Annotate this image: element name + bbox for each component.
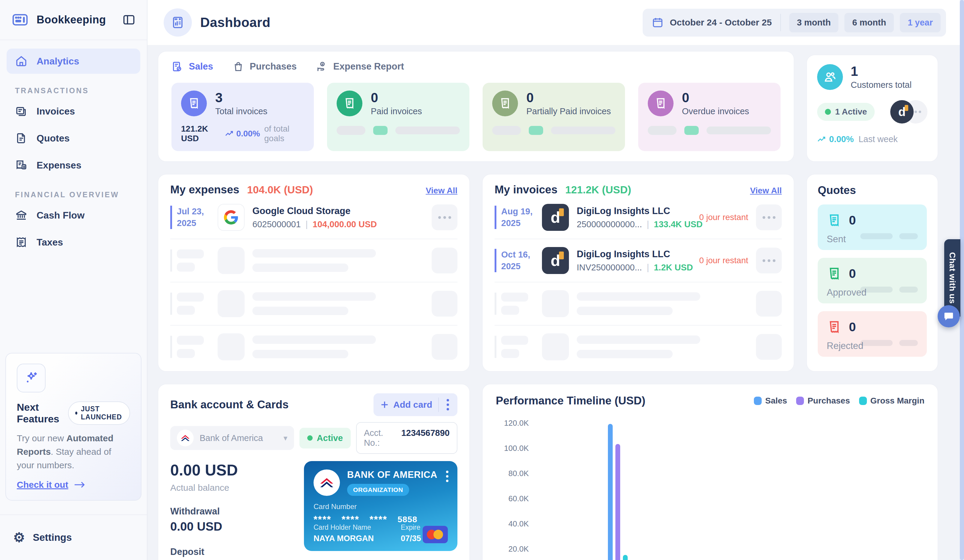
bank-select-dropdown[interactable]: Bank of America ▾	[170, 426, 294, 450]
row-menu-icon[interactable]	[756, 205, 782, 230]
range-1-year-button[interactable]: 1 year	[900, 13, 941, 33]
row-menu-icon[interactable]	[756, 247, 782, 273]
google-logo	[218, 204, 244, 231]
bank-accounts-panel: Bank account & Cards Add card Bank of Am…	[158, 384, 470, 560]
calendar-icon	[652, 16, 664, 28]
range-6-month-button[interactable]: 6 month	[844, 13, 894, 33]
tab-expense-report[interactable]: Expense Report	[316, 60, 404, 73]
badge-dot	[75, 412, 77, 415]
overview-panel: Sales Purchases Expense Report	[158, 51, 794, 162]
panel-title: Quotes	[818, 184, 927, 197]
stat-count: 0	[526, 91, 611, 105]
row-menu-icon[interactable]	[432, 205, 458, 230]
invoice-due: 0 jour restant	[699, 213, 748, 222]
gear-icon: ⚙	[13, 531, 25, 544]
skeleton-pills	[860, 340, 918, 346]
stat-card-overdue-invoices: 0 Overdue invoices	[638, 83, 780, 151]
trend-note: Last week	[858, 134, 898, 144]
legend-swatch	[754, 397, 762, 405]
trend-up-icon: 0.00%	[225, 129, 260, 138]
stat-card-partially-paid-invoices: 0 Partially Paid invoices	[483, 83, 625, 151]
skeleton-expense-row	[170, 239, 458, 282]
sidebar-item-expenses[interactable]: Expenses	[7, 153, 140, 178]
sidebar-item-cashflow[interactable]: Cash Flow	[7, 203, 140, 228]
quote-count: 0	[849, 320, 856, 334]
users-icon	[817, 64, 843, 90]
add-card-button[interactable]: Add card	[380, 400, 432, 410]
card-expire-label: Expire	[401, 523, 421, 532]
sidebar-item-quotes[interactable]: Quotes	[7, 125, 140, 151]
view-all-expenses-link[interactable]: View All	[426, 186, 458, 195]
bank-of-america-logo	[177, 430, 194, 446]
invoice-ref: 250000000000...	[577, 220, 642, 230]
check-it-out-link[interactable]: Check it out	[17, 480, 130, 490]
receipt-calculator-icon	[15, 159, 28, 171]
invoice-row[interactable]: Oct 16,2025 d DigiLog Insights LLC INV25…	[495, 239, 782, 282]
sidebar-item-taxes[interactable]: Taxes	[7, 230, 140, 255]
avatar[interactable]: d	[890, 100, 914, 124]
bank-menu-icon[interactable]	[445, 399, 451, 410]
card-expire-value: 07/35	[401, 534, 421, 543]
card-bank-name: BANK OF AMERICA	[347, 469, 437, 480]
sidebar-brand: Bookkeeping	[0, 0, 147, 40]
panel-title: Performance Timeline (USD)	[496, 394, 645, 407]
customers-count: 1	[851, 64, 912, 78]
panel-title: My invoices	[495, 184, 557, 196]
bookkeeping-logo-icon	[11, 11, 29, 28]
sidebar-item-invoices[interactable]: Invoices	[7, 99, 140, 124]
sidebar-item-settings[interactable]: ⚙ Settings	[0, 514, 147, 560]
scrollbar-thumb[interactable]	[960, 0, 964, 560]
sidebar-section-financial: FINANCIAL OVERVIEW	[15, 190, 147, 199]
sidebar-item-analytics[interactable]: Analytics	[7, 49, 140, 74]
my-invoices-panel: My invoices 121.2K (USD) View All Aug 19…	[482, 174, 794, 372]
customers-total-card: 1 Customers total 1 Active d 0.00% Last …	[806, 55, 938, 162]
trend-up-icon: 0.00%	[817, 134, 854, 144]
skeleton-expense-row	[170, 282, 458, 325]
expense-row[interactable]: Jul 23,2025 Google Cloud Storage 6025000…	[170, 196, 458, 239]
sidebar-item-label: Taxes	[37, 237, 63, 248]
skeleton-row	[337, 126, 460, 135]
file-icon	[15, 132, 28, 145]
deposit-label: Deposit	[170, 547, 295, 557]
expense-amount: 104,000.00 USD	[313, 220, 377, 230]
panel-title: My expenses	[170, 184, 239, 196]
date-range-box: October 24 - October 25 3 month 6 month …	[643, 9, 946, 37]
sidebar-item-label: Invoices	[37, 106, 75, 117]
arrow-right-icon	[74, 480, 86, 489]
legend-gross-margin: Gross Margin	[859, 396, 925, 405]
chat-bubble-button[interactable]	[938, 305, 960, 327]
chart-plot-area	[537, 419, 925, 560]
sparkle-icon	[17, 364, 46, 392]
stat-count: 3	[215, 91, 267, 105]
invoice-amount: 1.2K USD	[654, 263, 693, 272]
chat-with-us-tab[interactable]: Chat with us	[944, 239, 961, 317]
page-scrollbar[interactable]	[960, 0, 964, 560]
skeleton-row	[648, 126, 771, 135]
invoice-client: DigiLog Insights LLC	[577, 206, 692, 217]
skeleton-expense-row	[170, 325, 458, 368]
invoice-date: Oct 16,2025	[495, 249, 534, 272]
next-features-card: Next Features JUST LAUNCHED Try our new …	[5, 353, 142, 501]
settings-label: Settings	[33, 532, 72, 543]
brand-title: Bookkeeping	[37, 13, 106, 26]
bank-icon	[15, 209, 28, 221]
y-tick-label: 20.0K	[508, 544, 529, 554]
active-customers-badge: 1 Active	[817, 103, 874, 121]
quotes-approved-card: 0 Approved	[818, 258, 927, 303]
sidebar-item-label: Quotes	[37, 133, 70, 144]
invoice-row[interactable]: Aug 19,2025 d DigiLog Insights LLC 25000…	[495, 196, 782, 239]
skeleton-invoice-row	[495, 282, 782, 325]
performance-chart: 120.0K100.0K80.0K60.0K40.0K20.0K0 Sep 25…	[496, 419, 925, 560]
sidebar-section-transactions: TRANSACTIONS	[15, 86, 147, 95]
card-menu-icon[interactable]	[446, 470, 448, 482]
view-all-invoices-link[interactable]: View All	[750, 186, 782, 195]
y-tick-label: 100.0K	[504, 444, 529, 453]
date-range-picker[interactable]: October 24 - October 25	[652, 16, 772, 28]
promo-body: Try our new Automated Reports. Stay ahea…	[17, 431, 130, 472]
sidebar-item-label: Analytics	[37, 56, 79, 67]
tab-purchases[interactable]: Purchases	[232, 60, 297, 73]
tab-sales[interactable]: Sales	[171, 60, 213, 73]
range-3-month-button[interactable]: 3 month	[789, 13, 839, 33]
sidebar-collapse-icon[interactable]	[122, 13, 135, 26]
sidebar-item-label: Expenses	[37, 160, 81, 171]
